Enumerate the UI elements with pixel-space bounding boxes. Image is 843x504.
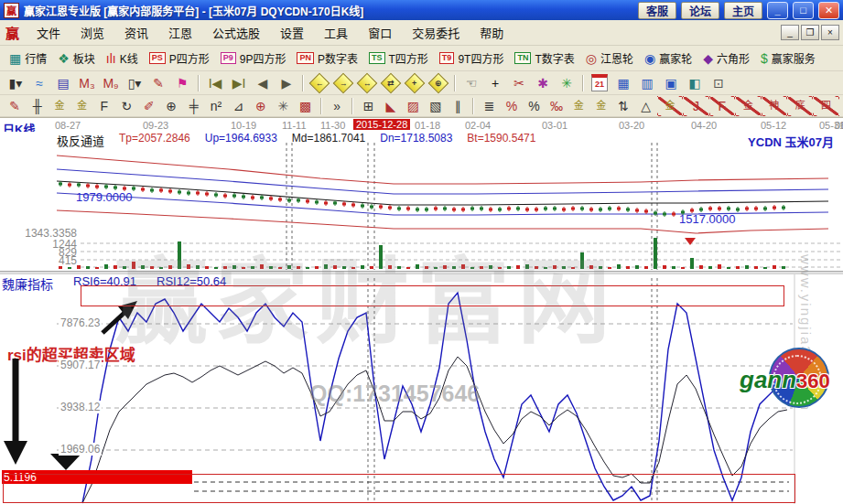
scribble-icon[interactable]: ≈ [27,73,51,93]
si-angle-tool[interactable]: 四 [813,96,838,116]
menu-设置[interactable]: 设置 [270,20,314,45]
p-number-button[interactable]: PNP数字表 [291,48,363,68]
date-tick: 11-30 [320,120,345,131]
brush-tool[interactable]: ✎ [4,96,26,116]
di-angle-tool[interactable]: 底 [787,96,813,116]
ruler-grid-tool[interactable]: ╪ [182,96,204,116]
minimize-button[interactable]: _ [767,2,788,19]
child-minimize-button[interactable]: _ [781,25,799,40]
kline-button[interactable]: ılıK线 [101,48,144,68]
t-number-button[interactable]: TNT数字表 [509,48,579,68]
close-button[interactable]: ✕ [818,2,839,19]
gann-wheel-button[interactable]: ◎江恩轮 [580,48,639,68]
ma3-icon[interactable]: M₃ [75,73,99,93]
cut-button[interactable]: ✂ [507,73,531,93]
p-square-button[interactable]: PSP四方形 [144,48,215,68]
next-bar-button[interactable]: ▶ [275,73,298,93]
flower-tool-button[interactable]: ✱ [531,73,555,93]
save-button[interactable]: ▣ [659,73,683,93]
p9-square-button[interactable]: P99P四方形 [215,48,292,68]
sectors-button[interactable]: ❖板块 [52,48,101,68]
menu-资讯[interactable]: 资讯 [114,20,158,45]
calendar-button[interactable]: 21 [588,73,611,93]
marker-tool[interactable]: ✐ [138,96,160,116]
candle-dropdown[interactable]: ▯▾ [123,73,146,93]
price-ladder-tool[interactable]: ≣ [478,96,500,116]
child-restore-button[interactable]: ❐ [801,25,819,40]
forum-button[interactable]: 论坛 [681,2,719,19]
customer-service-button[interactable]: 客服 [638,2,676,19]
percent-tool[interactable]: % [523,96,545,116]
permille-tool[interactable]: ‰ [546,96,567,116]
menu-帮助[interactable]: 帮助 [470,20,513,45]
shift-left-button[interactable]: ← [308,73,331,93]
compress-h-button[interactable]: ⇄ [379,73,403,93]
homepage-button[interactable]: 主页 [724,2,762,19]
ma9-icon[interactable]: M₉ [99,73,123,93]
square-web-tool[interactable]: ▩ [294,96,316,116]
gold-angle-tool[interactable]: 金 [657,96,683,116]
winner-wheel-button[interactable]: ◉赢家轮 [639,48,697,68]
shen-angle-tool[interactable]: 神 [762,96,787,116]
fan-tool[interactable]: ◣ [380,96,402,116]
maximize-button[interactable]: □ [793,2,814,19]
menu-江恩[interactable]: 江恩 [158,20,202,45]
n2-tool[interactable]: n² [205,96,227,116]
more-tools-chevron[interactable]: » [326,96,348,116]
expand-h-button[interactable]: ↔ [355,73,379,93]
last-bar-button[interactable]: ▶Ι [227,73,251,93]
gann-man-icon[interactable]: ✎ [146,73,170,93]
kline-style-dropdown[interactable]: ▮▾ [4,73,27,93]
gann-grid-tool[interactable]: ╫ [26,96,48,116]
percent-slash-tool[interactable]: % [501,96,523,116]
kline-pane[interactable]: 极反通道 Tp=2057.2846 Up=1964.6933 Md=1861.7… [0,132,843,271]
angle-sail-tool[interactable]: ⊿ [227,96,249,116]
t9-square-button[interactable]: T99T四方形 [434,48,510,68]
menu-交易委托[interactable]: 交易委托 [402,20,470,45]
gold2-angle-tool[interactable]: 金 [735,96,761,116]
hatch-box2-tool[interactable]: ▧ [425,96,447,116]
spiral-tool[interactable]: ↻ [115,96,137,116]
rsi-pane[interactable]: 魏廉指标 RSI6=40.91 RSI12=50.64 rsi的超买超卖区域 5… [0,274,843,504]
updown-tool[interactable]: ⇅ [612,96,634,116]
print-button[interactable]: ⊡ [707,73,730,93]
menu-公式选股[interactable]: 公式选股 [202,20,270,45]
target-tool[interactable]: ⊕ [250,96,272,116]
gold-grid2-tool[interactable]: 金 [70,96,92,116]
calculator-button[interactable]: ▦ [611,73,635,93]
child-close-button[interactable]: × [821,25,839,40]
star-web-tool[interactable]: ✳ [272,96,294,116]
drag-hand-button[interactable]: ☜ [459,73,483,93]
f-grid-tool[interactable]: F [93,96,115,116]
winner-service-button[interactable]: $赢家服务 [755,48,821,68]
menu-窗口[interactable]: 窗口 [358,20,402,45]
quotes-button[interactable]: ▦行情 [4,48,52,68]
menu-工具[interactable]: 工具 [314,20,358,45]
f-angle-tool[interactable]: F [709,96,735,116]
triangle-tool[interactable]: △ [634,96,656,116]
first-bar-button-icon: Ι◀ [209,77,222,90]
color-flag-icon[interactable]: ⚑ [170,73,194,93]
gold-section2-tool[interactable]: 金 [590,96,612,116]
compass-tool[interactable]: ⊕ [160,96,182,116]
parallel-lines-tool[interactable]: ∥ [447,96,469,116]
j-angle-tool[interactable]: J [683,96,708,116]
menu-文件[interactable]: 文件 [27,20,70,45]
prev-bar-button[interactable]: ◀ [251,73,275,93]
fit-screen-button[interactable]: ⊕ [427,73,450,93]
shift-right-button[interactable]: → [331,73,355,93]
web-tool-button[interactable]: ✳ [555,73,578,93]
box-tool[interactable]: ⊞ [357,96,379,116]
notes-panel-icon[interactable]: ▤ [51,73,75,93]
gold-section-tool[interactable]: 金 [567,96,589,116]
crosshair-button[interactable]: + [483,73,507,93]
t-square-button[interactable]: TST四方形 [363,48,434,68]
first-bar-button[interactable]: Ι◀ [203,73,227,93]
snapshot-button[interactable]: ◧ [683,73,707,93]
hatch-box-tool[interactable]: ▨ [402,96,424,116]
expand-all-button[interactable]: + [403,73,427,93]
menu-浏览[interactable]: 浏览 [70,20,114,45]
hexagon-button[interactable]: ◆六角形 [697,48,755,68]
gold-grid-tool[interactable]: 金 [49,96,70,116]
report-button[interactable]: ▥ [635,73,659,93]
